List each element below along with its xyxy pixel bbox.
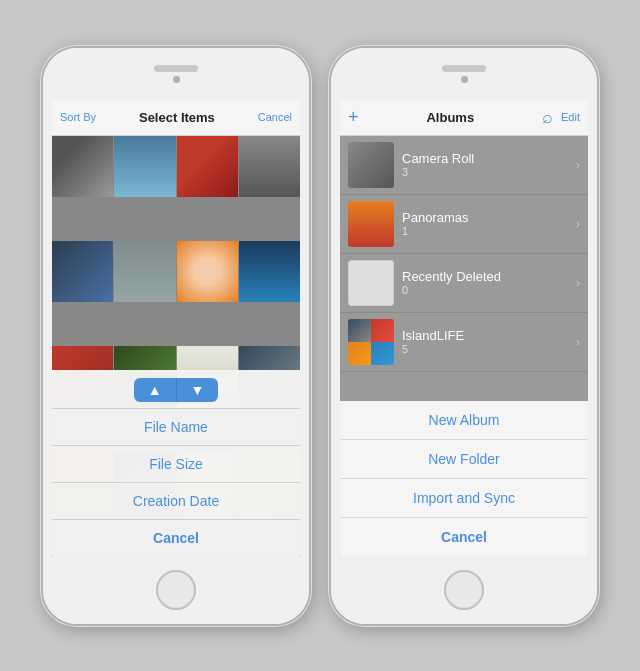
import-and-sync-button[interactable]: Import and Sync — [340, 479, 588, 518]
sort-ascending-button[interactable]: ▲ — [134, 378, 176, 402]
add-album-button[interactable]: + — [348, 108, 359, 126]
album-count: 0 — [402, 284, 576, 296]
photo-cell[interactable] — [114, 241, 175, 302]
album-item-camera-roll[interactable]: Camera Roll 3 › — [340, 136, 588, 195]
right-phone-screen: + Albums ⌕ Edit Camera Roll 3 › — [340, 100, 588, 556]
new-album-button[interactable]: New Album — [340, 401, 588, 440]
left-phone-top — [43, 48, 309, 100]
chevron-right-icon: › — [576, 217, 580, 231]
photo-cell[interactable] — [239, 136, 300, 197]
camera — [173, 76, 180, 83]
camera — [461, 76, 468, 83]
right-phone-top — [331, 48, 597, 100]
photo-cell[interactable] — [239, 241, 300, 302]
album-item-panoramas[interactable]: Panoramas 1 › — [340, 195, 588, 254]
photo-cell[interactable] — [114, 136, 175, 197]
sort-action-sheet: ▲ ▼ File Name File Size Creation Date Ca… — [52, 370, 300, 556]
album-count: 1 — [402, 225, 576, 237]
albums-title: Albums — [426, 110, 474, 125]
photo-cell[interactable] — [52, 241, 113, 302]
photo-cell[interactable] — [177, 241, 238, 302]
photo-cell[interactable] — [177, 136, 238, 197]
home-button[interactable] — [444, 570, 484, 610]
album-count: 3 — [402, 166, 576, 178]
album-name: Panoramas — [402, 210, 576, 225]
album-count: 5 — [402, 343, 576, 355]
albums-nav-right: ⌕ Edit — [542, 108, 580, 126]
album-name: IslandLIFE — [402, 328, 576, 343]
new-folder-button[interactable]: New Folder — [340, 440, 588, 479]
album-info-islandlife: IslandLIFE 5 — [402, 328, 576, 355]
select-items-navbar: Sort By Select Items Cancel — [52, 100, 300, 136]
edit-button[interactable]: Edit — [561, 111, 580, 123]
home-button[interactable] — [156, 570, 196, 610]
sort-by-button[interactable]: Sort By — [60, 111, 96, 123]
photo-cell[interactable] — [52, 136, 113, 197]
sort-cancel-button[interactable]: Cancel — [52, 520, 300, 556]
sort-direction-row: ▲ ▼ — [52, 370, 300, 409]
album-info-recently-deleted: Recently Deleted 0 — [402, 269, 576, 296]
album-name: Recently Deleted — [402, 269, 576, 284]
album-item-recently-deleted[interactable]: Recently Deleted 0 › — [340, 254, 588, 313]
left-phone-screen: Sort By Select Items Cancel ▲ — [52, 100, 300, 556]
album-item-islandlife[interactable]: IslandLIFE 5 › — [340, 313, 588, 372]
search-icon[interactable]: ⌕ — [542, 108, 553, 126]
chevron-right-icon: › — [576, 276, 580, 290]
left-phone: Sort By Select Items Cancel ▲ — [41, 46, 311, 626]
left-phone-bottom — [43, 556, 309, 624]
speaker — [442, 65, 486, 72]
album-name: Camera Roll — [402, 151, 576, 166]
albums-action-sheet: New Album New Folder Import and Sync Can… — [340, 401, 588, 556]
albums-cancel-button[interactable]: Cancel — [340, 518, 588, 556]
right-phone: + Albums ⌕ Edit Camera Roll 3 › — [329, 46, 599, 626]
album-thumb-panoramas — [348, 201, 394, 247]
albums-navbar: + Albums ⌕ Edit — [340, 100, 588, 136]
right-phone-bottom — [331, 556, 597, 624]
sort-by-creationdate-option[interactable]: Creation Date — [52, 483, 300, 520]
album-info-panoramas: Panoramas 1 — [402, 210, 576, 237]
speaker — [154, 65, 198, 72]
sort-descending-button[interactable]: ▼ — [177, 378, 219, 402]
album-thumb-recently-deleted — [348, 260, 394, 306]
chevron-right-icon: › — [576, 158, 580, 172]
album-info-camera-roll: Camera Roll 3 — [402, 151, 576, 178]
album-thumb-islandlife — [348, 319, 394, 365]
album-thumb-camera-roll — [348, 142, 394, 188]
cancel-nav-button[interactable]: Cancel — [258, 111, 292, 123]
chevron-right-icon: › — [576, 335, 580, 349]
sort-by-filename-option[interactable]: File Name — [52, 409, 300, 446]
sort-by-filesize-option[interactable]: File Size — [52, 446, 300, 483]
select-items-title: Select Items — [139, 110, 215, 125]
